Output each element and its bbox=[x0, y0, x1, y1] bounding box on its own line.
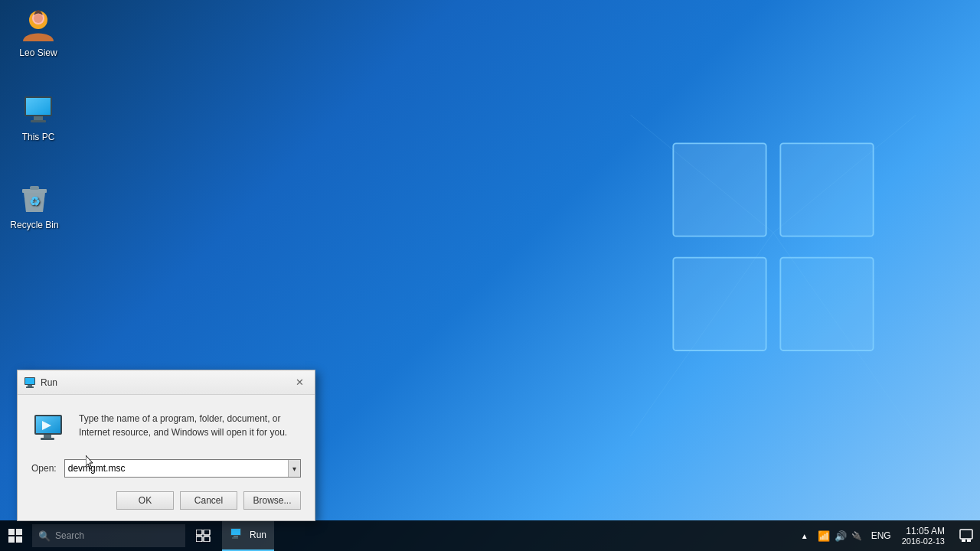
this-pc-label: This PC bbox=[8, 132, 69, 144]
open-input-container: ▾ bbox=[64, 459, 301, 478]
cancel-button[interactable]: Cancel bbox=[180, 491, 237, 510]
svg-rect-45 bbox=[960, 530, 972, 539]
dialog-description: Type the name of a program, folder, docu… bbox=[79, 409, 301, 439]
taskbar: 🔍 Search Run bbox=[0, 520, 980, 551]
svg-rect-18 bbox=[34, 116, 43, 120]
desktop: Leo Siew This PC bbox=[0, 0, 980, 551]
systray-icons: 📶 🔊 🔌 bbox=[812, 530, 868, 542]
leo-siew-icon bbox=[20, 8, 57, 44]
run-dialog-icon bbox=[24, 377, 36, 389]
language-indicator[interactable]: ENG bbox=[868, 530, 894, 541]
desktop-icon-this-pc[interactable]: This PC bbox=[8, 92, 69, 144]
svg-rect-35 bbox=[8, 536, 15, 543]
svg-text:♻: ♻ bbox=[29, 195, 40, 208]
svg-rect-42 bbox=[231, 529, 240, 535]
dialog-close-button[interactable]: ✕ bbox=[290, 374, 309, 391]
open-dropdown-button[interactable]: ▾ bbox=[288, 460, 300, 477]
show-hidden-icons-button[interactable]: ▲ bbox=[798, 532, 812, 540]
svg-rect-4 bbox=[673, 143, 766, 236]
svg-rect-5 bbox=[780, 143, 873, 236]
volume-icon[interactable]: 🔊 bbox=[835, 530, 847, 542]
task-view-button[interactable] bbox=[188, 520, 219, 551]
svg-rect-37 bbox=[196, 530, 202, 535]
svg-rect-38 bbox=[204, 530, 210, 535]
browse-button[interactable]: Browse... bbox=[243, 491, 301, 510]
svg-rect-25 bbox=[28, 385, 32, 386]
recycle-bin-icon: ♻ bbox=[16, 180, 53, 217]
desktop-icon-recycle-bin[interactable]: ♻ Recycle Bin bbox=[4, 180, 65, 232]
recycle-bin-label: Recycle Bin bbox=[4, 220, 65, 232]
taskbar-pinned-run[interactable]: Run bbox=[222, 520, 274, 551]
svg-rect-47 bbox=[967, 540, 971, 542]
taskbar-run-label: Run bbox=[250, 530, 266, 540]
taskbar-search-bar[interactable]: 🔍 Search bbox=[32, 524, 185, 547]
search-placeholder: Search bbox=[55, 530, 84, 541]
search-icon: 🔍 bbox=[38, 530, 51, 542]
dialog-open-row: Open: ▾ bbox=[31, 459, 301, 478]
svg-rect-33 bbox=[8, 529, 15, 535]
open-label: Open: bbox=[31, 463, 57, 474]
ok-button[interactable]: OK bbox=[116, 491, 174, 510]
svg-rect-36 bbox=[16, 536, 22, 543]
open-input-field[interactable] bbox=[65, 463, 288, 474]
svg-rect-19 bbox=[31, 120, 46, 122]
windows-logo bbox=[628, 115, 919, 436]
dialog-buttons: OK Cancel Browse... bbox=[31, 491, 301, 510]
svg-rect-26 bbox=[26, 386, 34, 388]
svg-rect-39 bbox=[196, 536, 202, 542]
this-pc-icon bbox=[20, 92, 57, 129]
dialog-titlebar: Run ✕ bbox=[18, 370, 315, 395]
svg-rect-31 bbox=[41, 438, 54, 440]
svg-rect-40 bbox=[204, 536, 210, 542]
svg-rect-21 bbox=[30, 186, 39, 190]
svg-rect-43 bbox=[234, 536, 238, 537]
clock-time: 11:05 AM bbox=[906, 526, 945, 536]
dialog-header-row: Type the name of a program, folder, docu… bbox=[31, 409, 301, 445]
svg-rect-6 bbox=[673, 258, 766, 350]
network-icon[interactable]: 📶 bbox=[818, 530, 830, 542]
svg-rect-7 bbox=[780, 258, 873, 350]
taskbar-clock[interactable]: 11:05 AM 2016-02-13 bbox=[894, 520, 952, 551]
action-center-button[interactable] bbox=[952, 520, 980, 551]
dialog-run-icon bbox=[31, 409, 68, 445]
svg-rect-30 bbox=[44, 435, 51, 438]
dialog-body: Type the name of a program, folder, docu… bbox=[18, 395, 315, 520]
battery-icon: 🔌 bbox=[851, 531, 862, 541]
taskbar-right: ▲ 📶 🔊 🔌 ENG 11:05 AM 2016-02-13 bbox=[798, 520, 980, 551]
svg-rect-44 bbox=[232, 537, 238, 539]
clock-date: 2016-02-13 bbox=[902, 536, 945, 546]
svg-rect-17 bbox=[26, 98, 51, 115]
run-dialog: Run ✕ bbox=[17, 370, 315, 521]
dialog-title-text: Run bbox=[41, 377, 290, 388]
svg-point-14 bbox=[34, 14, 43, 23]
svg-rect-34 bbox=[16, 529, 22, 535]
start-button[interactable] bbox=[0, 520, 31, 551]
svg-rect-46 bbox=[962, 540, 965, 542]
svg-rect-24 bbox=[25, 378, 34, 384]
leo-siew-label: Leo Siew bbox=[8, 47, 69, 60]
desktop-icon-leo-siew[interactable]: Leo Siew bbox=[8, 8, 69, 60]
